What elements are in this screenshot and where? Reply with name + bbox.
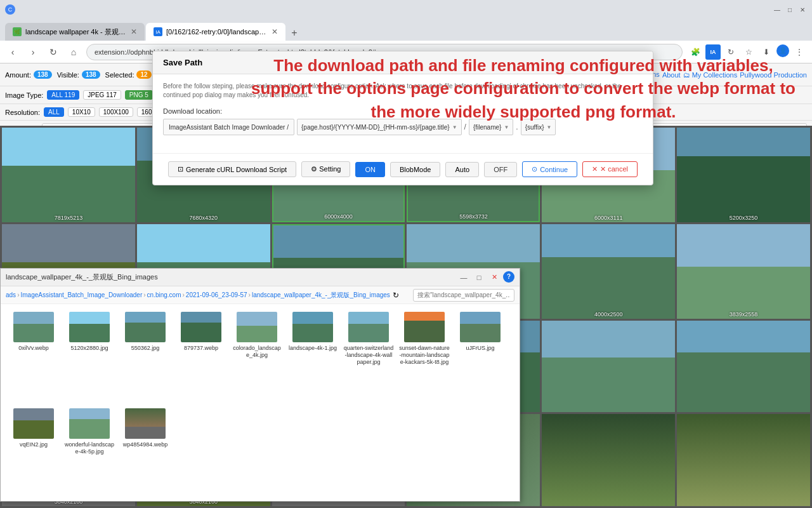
dialog-header: Save Path <box>153 51 653 74</box>
auto-button[interactable]: Auto <box>445 162 479 177</box>
dialog-body: Before the follow steping, please make s… <box>153 74 653 153</box>
dialog-footer: ⊡ Generate cURL Download Script ⚙ Settin… <box>153 153 653 185</box>
continue-button[interactable]: ⊙ Continue <box>522 161 577 177</box>
generate-curl-button[interactable]: ⊡ Generate cURL Download Script <box>168 161 296 177</box>
save-path-dialog: Save Path Before the follow steping, ple… <box>152 51 653 185</box>
dialog-title: Save Path <box>163 58 202 67</box>
blobmode-button[interactable]: BlobMode <box>390 162 441 177</box>
path-row: ImageAssistant Batch Image Downloader / … <box>163 119 643 135</box>
path-base-segment: ImageAssistant Batch Image Downloader / <box>163 119 294 135</box>
cancel-button[interactable]: ✕ ✕ cancel <box>582 161 638 177</box>
generate-curl-label: Generate cURL Download Script <box>186 166 287 173</box>
path-dot: . <box>516 123 518 131</box>
cancel-icon: ✕ <box>592 165 598 173</box>
path-date-dropdown[interactable]: {page.host}/{YYYY-MM-DD}_{HH-mm-ss}/{pag… <box>297 119 462 135</box>
path-slash: / <box>464 123 466 131</box>
dialog-overlay: Save Path Before the follow steping, ple… <box>0 0 812 508</box>
continue-icon: ⊙ <box>532 165 537 173</box>
path-suffix-dropdown[interactable]: {suffix} <box>521 119 556 135</box>
path-filename-dropdown[interactable]: {filename} <box>469 119 513 135</box>
on-button[interactable]: ON <box>355 162 385 177</box>
download-location-label: Download location: <box>163 107 643 115</box>
setting-label: ⚙ Setting <box>311 165 341 173</box>
cancel-label: ✕ cancel <box>600 165 628 173</box>
dialog-description: Before the follow steping, please make s… <box>163 82 643 100</box>
terminal-icon: ⊡ <box>178 165 183 173</box>
continue-label: Continue <box>540 166 568 173</box>
setting-button[interactable]: ⚙ Setting <box>301 161 350 177</box>
off-button[interactable]: OFF <box>484 162 517 177</box>
